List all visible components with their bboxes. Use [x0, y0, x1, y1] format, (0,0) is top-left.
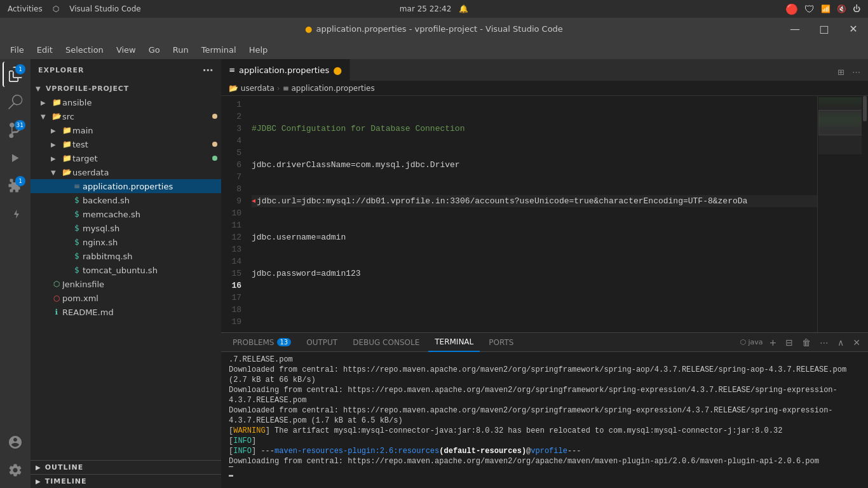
file-backend-sh[interactable]: $ backend.sh: [31, 193, 221, 207]
line-numbers: 1 2 3 4 5 6 7 8 9 10 11 12 13 14 15 16 1: [221, 96, 247, 332]
folder-target[interactable]: ▶ 📁 target: [31, 151, 221, 165]
menu-file[interactable]: File: [5, 43, 29, 57]
scrollbar-thumb[interactable]: [863, 96, 867, 121]
tab-debug-console[interactable]: DEBUG CONSOLE: [346, 333, 426, 352]
terminal-content[interactable]: .7.RELEASE.pom Downloaded from central: …: [221, 352, 868, 488]
folder-icon: 📁: [51, 98, 62, 107]
tab-more-button[interactable]: ⋯: [850, 66, 863, 78]
notification-bell[interactable]: 🔔: [459, 4, 468, 13]
window-controls: — □ ✕: [780, 18, 868, 40]
activity-account[interactable]: [3, 430, 28, 455]
terminal-more-button[interactable]: ⋯: [817, 336, 831, 349]
menu-help[interactable]: Help: [244, 43, 273, 57]
editor-scrollbar[interactable]: [862, 96, 868, 332]
breadcrumb-folder[interactable]: 📂 userdata: [229, 84, 275, 93]
tab-modified-indicator: ●: [333, 64, 342, 76]
code-line-3: ◀jdbc.url=jdbc:mysql://db01.vprofile.in:…: [252, 195, 817, 207]
file-pom-xml[interactable]: ○ pom.xml: [31, 291, 221, 305]
editor-content[interactable]: 1 2 3 4 5 6 7 8 9 10 11 12 13 14 15 16 1: [221, 96, 868, 332]
folder-main[interactable]: ▶ 📁 main: [31, 123, 221, 137]
file-memcache-sh[interactable]: $ memcache.sh: [31, 207, 221, 221]
activity-explorer[interactable]: 1: [3, 62, 28, 87]
file-application-properties[interactable]: ≡ application.properties: [31, 179, 221, 193]
tab-terminal[interactable]: TERMINAL: [428, 333, 480, 352]
menu-view[interactable]: View: [111, 43, 141, 57]
source-control-badge: 31: [15, 120, 25, 130]
tab-output[interactable]: OUTPUT: [300, 333, 344, 352]
tab-problems[interactable]: PROBLEMS 13: [226, 333, 297, 352]
file-mysql-sh[interactable]: $ mysql.sh: [31, 221, 221, 235]
code-line-6: [252, 304, 817, 316]
terminal-split-button[interactable]: ⊟: [783, 336, 796, 349]
outline-section[interactable]: ▶ OUTLINE: [31, 460, 221, 474]
system-bar: Activities ⬡ Visual Studio Code mar 25 2…: [0, 0, 868, 18]
term-line-2: Downloaded from central: https://repo.ma…: [229, 365, 860, 385]
activity-settings[interactable]: [3, 458, 28, 483]
timeline-section[interactable]: ▶ TIMELINE: [31, 474, 221, 488]
window-title: application.properties - vprofile-projec…: [316, 24, 562, 34]
term-line-6: [INFO]: [229, 436, 860, 446]
folder-icon: 📁: [61, 140, 72, 149]
menu-selection[interactable]: Selection: [60, 43, 109, 57]
menu-terminal[interactable]: Terminal: [196, 43, 241, 57]
activity-extensions[interactable]: 1: [3, 173, 28, 199]
shell-icon: $: [71, 266, 83, 274]
close-button[interactable]: ✕: [839, 18, 868, 40]
code-line-4: jdbc.username=admin: [252, 231, 817, 243]
outline-label: OUTLINE: [45, 463, 84, 471]
main-layout: 1 31 1 EXPLORER: [0, 59, 868, 488]
menu-go[interactable]: Go: [144, 43, 165, 57]
activity-source-control[interactable]: 31: [3, 118, 28, 143]
explorer-title: EXPLORER: [38, 66, 84, 74]
tab-application-properties[interactable]: ≡ application.properties ●: [221, 59, 350, 81]
explorer-badge: 1: [15, 64, 25, 74]
term-line-3: Downloading from central: https://repo.m…: [229, 385, 860, 405]
file-nginx-sh[interactable]: $ nginx.sh: [31, 235, 221, 249]
terminal-panel: PROBLEMS 13 OUTPUT DEBUG CONSOLE TERMINA…: [221, 332, 868, 488]
editor-area: ≡ application.properties ● ⊞ ⋯ 📂 userdat…: [221, 59, 868, 488]
activity-search[interactable]: [3, 90, 28, 115]
activity-run[interactable]: [3, 146, 28, 171]
breadcrumb-file[interactable]: ≡ application.properties: [283, 84, 375, 93]
add-terminal-button[interactable]: +: [767, 336, 780, 349]
terminal-close-button[interactable]: ✕: [850, 336, 863, 349]
file-rabbitmq-sh[interactable]: $ rabbitmq.sh: [31, 249, 221, 263]
tab-ports[interactable]: PORTS: [482, 333, 520, 352]
activities-label[interactable]: Activities: [8, 4, 43, 13]
shell-icon: $: [71, 238, 83, 247]
md-icon: ℹ: [51, 308, 62, 316]
menu-run[interactable]: Run: [168, 43, 194, 57]
term-line-5: [WARNING] The artifact mysql:mysql-conne…: [229, 426, 860, 436]
code-line-1: #JDBC Configutation for Database Connect…: [252, 123, 817, 135]
file-tomcat-sh[interactable]: $ tomcat_ubuntu.sh: [31, 263, 221, 277]
shell-icon: $: [71, 196, 83, 205]
minimap-preview: [818, 97, 868, 154]
minimize-button[interactable]: —: [780, 18, 810, 40]
folder-userdata[interactable]: ▼ 📂 userdata: [31, 165, 221, 179]
outline-arrow: ▶: [36, 464, 41, 471]
folder-ansible[interactable]: ▶ 📁 ansible: [31, 95, 221, 109]
folder-icon: 📂: [51, 112, 62, 121]
breadcrumb: 📂 userdata › ≡ application.properties: [221, 81, 868, 96]
file-readme-md[interactable]: ℹ README.md: [31, 305, 221, 319]
term-line-4: Downloaded from central: https://repo.ma…: [229, 405, 860, 426]
maximize-button[interactable]: □: [810, 18, 839, 40]
folder-test[interactable]: ▶ 📁 test: [31, 137, 221, 151]
folder-src[interactable]: ▼ 📂 src: [31, 109, 221, 123]
sidebar-options-icon[interactable]: ⋯: [203, 64, 214, 76]
split-editor-button[interactable]: ⊞: [835, 66, 847, 78]
code-line-2: jdbc.driverClassName=com.mysql.jdbc.Driv…: [252, 159, 817, 171]
code-area[interactable]: #JDBC Configutation for Database Connect…: [247, 96, 817, 332]
jenkins-icon: ⬡: [51, 280, 62, 288]
activity-test[interactable]: [3, 201, 28, 227]
tray-icon-2: 🛡: [804, 3, 815, 15]
terminal-maximize-button[interactable]: ∧: [835, 336, 846, 349]
file-jenkinsfile[interactable]: ⬡ Jenkinsfile: [31, 277, 221, 291]
properties-icon: ≡: [71, 182, 83, 191]
term-cursor: █: [229, 466, 860, 477]
timeline-arrow: ▶: [36, 478, 41, 485]
tab-bar: ≡ application.properties ● ⊞ ⋯: [221, 59, 868, 81]
terminal-kill-button[interactable]: 🗑: [799, 336, 813, 349]
project-root[interactable]: ▼ VPROFILE-PROJECT: [31, 81, 221, 95]
menu-edit[interactable]: Edit: [32, 43, 58, 57]
